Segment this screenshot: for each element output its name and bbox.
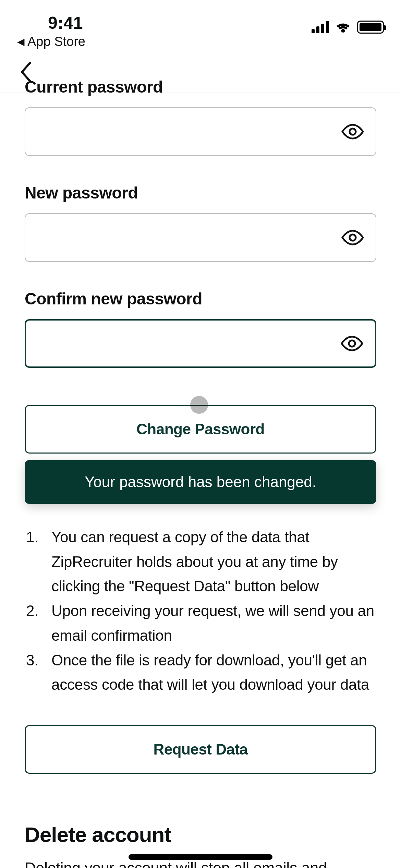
eye-icon	[341, 230, 365, 245]
password-changed-toast: Your password has been changed.	[25, 460, 376, 504]
change-password-button-label: Change Password	[136, 421, 265, 438]
new-password-field-wrap	[25, 213, 376, 262]
eye-icon	[341, 124, 365, 140]
delete-account-heading: Delete account	[25, 822, 376, 847]
current-password-field-wrap	[25, 107, 376, 156]
new-password-label: New password	[25, 183, 376, 202]
toggle-visibility-new[interactable]	[341, 226, 365, 250]
data-request-steps: You can request a copy of the data that …	[25, 525, 376, 697]
status-left-group: 9:41 ◀ App Store	[17, 13, 85, 49]
list-item: Once the file is ready for download, you…	[25, 648, 376, 697]
request-data-button[interactable]: Request Data	[25, 725, 376, 774]
cellular-signal-icon	[312, 21, 329, 33]
new-password-input[interactable]	[36, 229, 341, 246]
list-item: You can request a copy of the data that …	[25, 525, 376, 599]
svg-point-0	[350, 129, 356, 135]
home-indicator[interactable]	[129, 854, 272, 860]
confirm-password-field-wrap	[25, 319, 376, 368]
back-triangle-icon: ◀	[17, 37, 25, 47]
svg-point-2	[349, 340, 355, 347]
status-right-group	[312, 13, 384, 34]
status-time: 9:41	[17, 13, 85, 33]
battery-icon	[357, 21, 384, 34]
svg-point-1	[350, 234, 356, 241]
toast-message: Your password has been changed.	[85, 473, 316, 491]
change-password-button[interactable]: Change Password	[25, 405, 376, 454]
return-app-label: App Store	[27, 34, 85, 49]
toggle-visibility-confirm[interactable]	[340, 331, 364, 355]
return-to-app-store[interactable]: ◀ App Store	[17, 34, 85, 49]
current-password-label: Current password	[25, 77, 376, 96]
eye-icon	[340, 336, 364, 351]
request-data-button-label: Request Data	[153, 741, 247, 758]
confirm-password-label: Confirm new password	[25, 289, 376, 308]
status-bar: 9:41 ◀ App Store	[0, 0, 401, 48]
list-item: Upon receiving your request, we will sen…	[25, 599, 376, 648]
toggle-visibility-current[interactable]	[341, 120, 365, 144]
wifi-icon	[335, 21, 351, 33]
confirm-password-input[interactable]	[37, 335, 340, 352]
current-password-input[interactable]	[36, 123, 341, 140]
